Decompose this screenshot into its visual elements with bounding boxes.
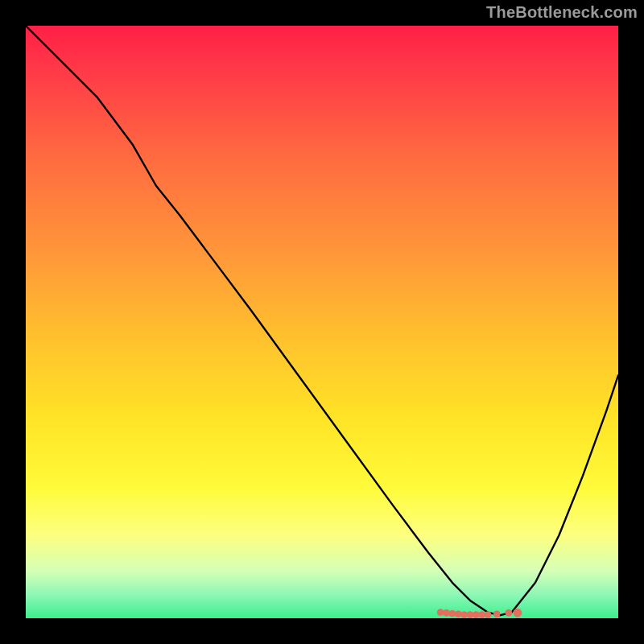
curve-layer	[26, 26, 618, 618]
cluster-point	[467, 612, 473, 618]
bottleneck-curve	[26, 26, 618, 615]
cluster-point	[455, 611, 461, 617]
cluster-point	[479, 612, 485, 618]
cluster-point	[461, 612, 468, 618]
cluster-point	[493, 611, 500, 617]
cluster-point	[473, 612, 479, 618]
cluster-point	[506, 609, 512, 616]
optimal-cluster	[437, 609, 522, 617]
cluster-point	[449, 610, 456, 617]
plot-area	[24, 24, 620, 620]
chart-stage: TheBottleneck.com	[0, 0, 644, 644]
cluster-point	[437, 609, 444, 616]
watermark-label: TheBottleneck.com	[486, 3, 638, 22]
cluster-point	[514, 609, 522, 617]
cluster-point	[444, 609, 450, 616]
cluster-point	[485, 612, 491, 618]
